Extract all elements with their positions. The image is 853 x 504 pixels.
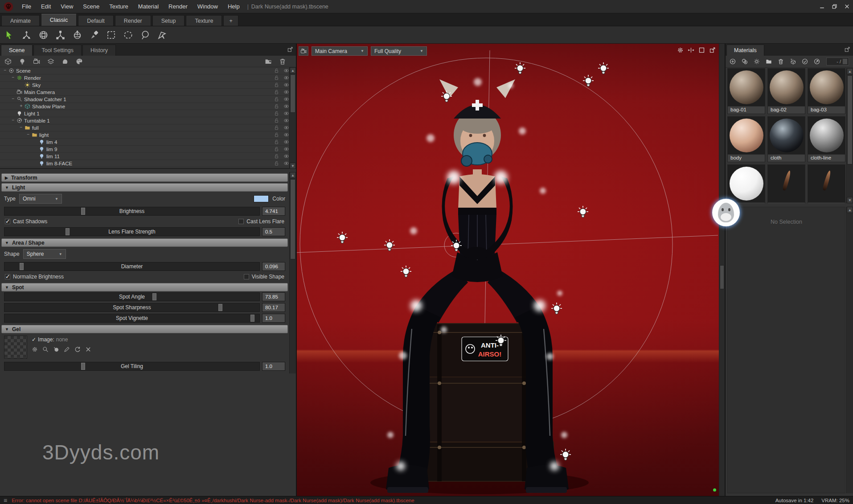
tree-item-shadow-catcher[interactable]: Shadow Catcher 1 bbox=[0, 96, 296, 103]
light-type-dropdown[interactable]: Omni bbox=[19, 194, 62, 204]
move-tool-button[interactable] bbox=[21, 29, 32, 41]
lock-icon[interactable] bbox=[274, 146, 279, 152]
quality-select-dropdown[interactable]: Full Quality bbox=[371, 46, 427, 56]
expander-icon[interactable] bbox=[3, 68, 8, 73]
gel-section-header[interactable]: Gel bbox=[1, 325, 288, 333]
close-button[interactable] bbox=[841, 0, 853, 13]
split-view-icon[interactable] bbox=[688, 47, 694, 53]
tree-item-light-1[interactable]: Light 1 bbox=[0, 110, 296, 117]
tree-item-render[interactable]: Render bbox=[0, 74, 296, 82]
menu-texture[interactable]: Texture bbox=[104, 0, 133, 13]
tab-animate[interactable]: Animate bbox=[1, 15, 40, 26]
tree-item-lim-11[interactable]: lim 11 bbox=[0, 153, 296, 160]
menu-material[interactable]: Material bbox=[133, 0, 164, 13]
tree-item-lim-8-face[interactable]: lim 8-FACE bbox=[0, 160, 296, 167]
popout-icon[interactable] bbox=[287, 46, 293, 53]
add-layers-icon[interactable] bbox=[47, 58, 54, 65]
area-shape-section-header[interactable]: Area / Shape bbox=[1, 238, 288, 247]
app-logo-skull-icon[interactable] bbox=[4, 2, 13, 12]
scrollbar-thumb[interactable] bbox=[847, 75, 853, 164]
visibility-icon[interactable] bbox=[283, 160, 289, 166]
tree-item-shadow-plane[interactable]: Shadow Plane bbox=[0, 103, 296, 110]
assign-material-icon[interactable] bbox=[790, 58, 796, 65]
visibility-icon[interactable] bbox=[283, 153, 289, 159]
viewport-settings-gear-icon[interactable] bbox=[677, 47, 684, 53]
lock-icon[interactable] bbox=[274, 89, 279, 95]
gel-tiling-value[interactable]: 1.0 bbox=[262, 362, 285, 371]
viewport-render[interactable]: ANTI- AIRSO! bbox=[297, 44, 725, 496]
camera-select-dropdown[interactable]: Main Camera bbox=[312, 46, 368, 56]
lock-icon[interactable] bbox=[274, 75, 279, 81]
reload-icon[interactable] bbox=[74, 346, 81, 352]
tree-item-main-camera[interactable]: Main Camera bbox=[0, 89, 296, 96]
tab-tool-settings[interactable]: Tool Settings bbox=[33, 45, 82, 56]
properties-scrollbar[interactable]: ▲ bbox=[289, 172, 296, 373]
viewport-side-scrollbar[interactable] bbox=[719, 44, 725, 496]
minimize-button[interactable] bbox=[816, 0, 828, 13]
rotate-tool-button[interactable] bbox=[37, 29, 49, 41]
lock-icon[interactable] bbox=[274, 118, 279, 123]
cast-lens-flare-checkbox[interactable]: Cast Lens Flare bbox=[238, 218, 284, 225]
visibility-icon[interactable] bbox=[283, 96, 289, 102]
brightness-slider[interactable]: Brightness 4.741 bbox=[0, 206, 289, 217]
viewport-camera-icon[interactable] bbox=[299, 46, 308, 56]
tab-materials[interactable]: Materials bbox=[726, 45, 764, 56]
history-icon[interactable] bbox=[802, 58, 808, 65]
material-item[interactable]: cloth-line bbox=[808, 116, 845, 162]
tab-classic[interactable]: Classic bbox=[41, 14, 77, 26]
tab-texture[interactable]: Texture bbox=[186, 15, 222, 26]
select-tool-button[interactable] bbox=[4, 29, 15, 41]
expander-icon[interactable] bbox=[11, 75, 16, 80]
visibility-icon[interactable] bbox=[283, 125, 289, 131]
material-item[interactable]: cloth bbox=[767, 116, 805, 162]
add-light-icon[interactable] bbox=[19, 58, 26, 65]
lock-icon[interactable] bbox=[274, 160, 279, 166]
material-item[interactable]: bag-01 bbox=[727, 68, 765, 114]
light-section-header[interactable]: Light bbox=[1, 183, 288, 192]
add-primitive-icon[interactable] bbox=[62, 58, 69, 65]
scroll-up-icon[interactable]: ▲ bbox=[847, 68, 853, 74]
visibility-icon[interactable] bbox=[283, 82, 289, 88]
menu-help[interactable]: Help bbox=[223, 0, 245, 13]
spot-angle-slider[interactable]: Spot Angle 73.85 bbox=[0, 291, 289, 302]
spinner-button[interactable] bbox=[842, 58, 848, 65]
tree-item-light-folder[interactable]: light bbox=[0, 131, 296, 139]
popout-icon[interactable] bbox=[844, 46, 850, 53]
menu-render[interactable]: Render bbox=[164, 0, 193, 13]
spot-vignette-value[interactable]: 1.0 bbox=[262, 314, 285, 323]
diameter-value[interactable]: 0.096 bbox=[262, 262, 285, 271]
lens-flare-strength-value[interactable]: 0.5 bbox=[262, 227, 285, 236]
material-item[interactable] bbox=[727, 164, 765, 203]
menu-view[interactable]: View bbox=[56, 0, 78, 13]
gel-image-thumbnail[interactable] bbox=[4, 336, 27, 359]
materials-scrollbar[interactable]: ▲ ▼ bbox=[846, 68, 853, 203]
ellipse-select-tool-button[interactable] bbox=[122, 29, 134, 41]
transform-tool-button[interactable] bbox=[71, 29, 83, 41]
menu-file[interactable]: File bbox=[17, 0, 36, 13]
restore-button[interactable] bbox=[828, 0, 841, 13]
polygon-select-tool-button[interactable] bbox=[156, 29, 168, 41]
spot-sharpness-slider[interactable]: Spot Sharpness 80.17 bbox=[0, 302, 289, 313]
trash-icon[interactable] bbox=[778, 58, 784, 65]
lens-flare-strength-slider[interactable]: Lens Flare Strength 0.5 bbox=[0, 226, 289, 237]
search-icon[interactable] bbox=[814, 58, 820, 65]
shape-dropdown[interactable]: Sphere bbox=[23, 249, 66, 259]
visible-shape-checkbox[interactable]: Visible Shape bbox=[244, 274, 284, 280]
lock-icon[interactable] bbox=[274, 103, 279, 109]
visibility-icon[interactable] bbox=[283, 146, 289, 152]
spot-vignette-slider[interactable]: Spot Vignette 1.0 bbox=[0, 313, 289, 324]
tab-default[interactable]: Default bbox=[78, 15, 114, 26]
visibility-icon[interactable] bbox=[283, 89, 289, 95]
edit-icon[interactable] bbox=[64, 346, 70, 352]
scroll-down-icon[interactable]: ▼ bbox=[290, 163, 296, 169]
tab-render[interactable]: Render bbox=[115, 15, 151, 26]
qq-messenger-icon[interactable] bbox=[712, 199, 740, 226]
tree-item-full[interactable]: full bbox=[0, 124, 296, 131]
visibility-icon[interactable] bbox=[283, 75, 289, 81]
brightness-value[interactable]: 4.741 bbox=[262, 207, 285, 216]
lock-icon[interactable] bbox=[274, 82, 279, 88]
menu-edit[interactable]: Edit bbox=[36, 0, 56, 13]
menu-window[interactable]: Window bbox=[193, 0, 223, 13]
subdivision-spinner[interactable]: - / bbox=[826, 57, 849, 66]
lock-icon[interactable] bbox=[274, 125, 279, 131]
